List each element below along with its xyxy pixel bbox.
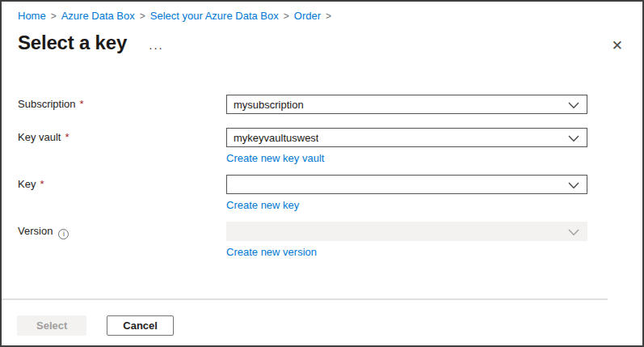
chevron-down-icon [568,182,579,189]
breadcrumb: Home>Azure Data Box>Select your Azure Da… [2,2,642,23]
subscription-value: mysubscription [234,99,304,111]
chevron-down-icon [568,229,579,236]
dialog-header: Select a key ··· [18,30,626,56]
close-icon[interactable]: ✕ [608,37,626,54]
subscription-label: Subscription* [18,95,226,114]
subscription-label-text: Subscription [18,98,76,110]
breadcrumb-link-azure-data-box[interactable]: Azure Data Box [61,10,135,22]
chevron-down-icon [568,135,579,142]
key-label: Key* [18,175,226,212]
key-dropdown[interactable] [226,175,587,194]
select-key-form: Subscription* mysubscription Key vault* … [18,95,626,259]
key-vault-value: mykeyvaultuswest [234,132,318,144]
form-row-subscription: Subscription* mysubscription [18,95,626,114]
subscription-dropdown[interactable]: mysubscription [226,95,587,114]
cancel-button[interactable]: Cancel [107,315,174,336]
required-asterisk: * [80,98,84,110]
select-button: Select [17,315,86,336]
page-title: Select a key [18,30,127,56]
key-vault-label: Key vault* [18,128,226,165]
form-row-version: Versioni Create new version [18,222,626,259]
info-icon[interactable]: i [58,229,69,239]
version-label-text: Version [18,225,53,237]
create-new-key-vault-link[interactable]: Create new key vault [226,152,324,165]
key-vault-label-text: Key vault [18,131,61,143]
key-label-text: Key [18,178,36,190]
dialog-footer: Select Cancel [2,300,642,336]
form-row-key-vault: Key vault* mykeyvaultuswest Create new k… [18,128,626,165]
breadcrumb-separator: > [326,11,331,22]
key-vault-dropdown[interactable]: mykeyvaultuswest [226,128,587,147]
version-label: Versioni [18,222,226,259]
more-actions-icon[interactable]: ··· [149,44,164,52]
breadcrumb-link-home[interactable]: Home [18,10,46,22]
breadcrumb-separator: > [51,11,57,22]
breadcrumb-separator: > [140,11,145,22]
form-row-key: Key* Create new key [18,175,626,212]
chevron-down-icon [568,102,579,109]
breadcrumb-link-order[interactable]: Order [294,10,321,22]
required-asterisk: * [65,131,69,143]
breadcrumb-separator: > [284,11,289,22]
breadcrumb-link-select-your-azure-data-box[interactable]: Select your Azure Data Box [150,10,279,22]
version-dropdown [226,222,587,241]
required-asterisk: * [40,178,44,190]
create-new-version-link[interactable]: Create new version [226,246,317,259]
select-a-key-dialog: Home>Azure Data Box>Select your Azure Da… [0,0,644,347]
create-new-key-link[interactable]: Create new key [226,199,299,212]
